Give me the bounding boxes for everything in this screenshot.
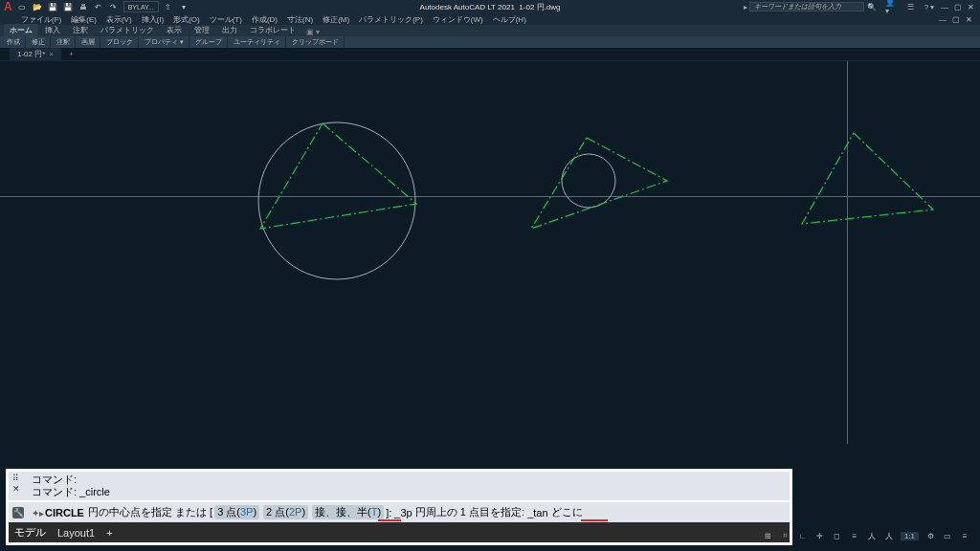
title-text: Autodesk AutoCAD LT 2021 1-02 円.dwg	[420, 2, 561, 12]
status-scale-icon[interactable]: 人	[883, 530, 895, 541]
command-option-ttr[interactable]: 接、接、半(T)	[312, 505, 384, 519]
menu-insert[interactable]: 挿入(I)	[142, 14, 165, 25]
panel-draw[interactable]: 作成	[2, 36, 26, 48]
print-icon[interactable]: 🖶	[78, 1, 89, 12]
minimize-icon[interactable]: —	[941, 3, 948, 11]
drawing-canvas[interactable]	[0, 61, 980, 444]
layout-tab-model[interactable]: モデル	[14, 525, 46, 540]
help-icon[interactable]: ? ▾	[924, 1, 935, 12]
status-ortho-icon[interactable]: ∟	[797, 530, 809, 541]
command-star-icon: ✦▸	[32, 507, 44, 518]
layer-display[interactable]: BYLAY...	[123, 1, 159, 12]
open-icon[interactable]: 📂	[32, 1, 43, 12]
status-person-icon[interactable]: 人	[866, 530, 878, 541]
command-window[interactable]: ⠿✕ コマンド: コマンド: _circle 🔧 ✦▸ CIRCLE 円の中心点…	[6, 469, 792, 545]
doc-close-icon[interactable]: ✕	[966, 15, 972, 24]
status-menu-icon[interactable]: ≡	[959, 530, 970, 541]
panel-layer[interactable]: 画層	[77, 36, 100, 48]
menu-format[interactable]: 形式(O)	[173, 14, 200, 25]
command-prompt-pt1: 円周上の 1 点目を指定:	[415, 505, 524, 519]
svg-point-2	[562, 154, 615, 208]
command-entered-tan: _tan	[527, 507, 547, 518]
ribbon-tab-view[interactable]: 表示	[161, 24, 188, 36]
help-arrow-icon[interactable]: ▸	[744, 3, 747, 11]
ribbon-tabs: ホーム 挿入 注釈 パラメトリック 表示 管理 出力 コラボレート ▣ ▾	[0, 25, 980, 36]
undo-icon[interactable]: ↶	[93, 1, 104, 12]
command-name: CIRCLE	[45, 507, 84, 518]
menu-parametric[interactable]: パラメトリック(P)	[359, 14, 423, 25]
status-scale-ratio[interactable]: 1:1	[901, 532, 919, 540]
ribbon-panels: 作成 修正 注釈 画層 ブロック プロパティ ▾ グループ ユーティリティ クリ…	[0, 36, 980, 48]
menu-tool[interactable]: ツール(T)	[210, 14, 242, 25]
history-grip-icon[interactable]: ⠿✕	[12, 474, 20, 495]
new-icon[interactable]: ▭	[16, 1, 28, 12]
menu-window[interactable]: ウィンドウ(W)	[433, 14, 483, 25]
ribbon-tab-annotate[interactable]: 注釈	[67, 24, 94, 36]
menu-modify[interactable]: 修正(M)	[323, 14, 349, 25]
panel-modify[interactable]: 修正	[27, 36, 51, 48]
panel-group[interactable]: グループ	[190, 36, 228, 48]
search-icon[interactable]: 🔍	[866, 1, 878, 12]
panel-clip[interactable]: クリップボード	[287, 36, 345, 48]
ribbon-tab-parametric[interactable]: パラメトリック	[95, 24, 160, 36]
status-max-icon[interactable]: ▭	[942, 530, 953, 541]
panel-util[interactable]: ユーティリティ	[229, 36, 286, 48]
svg-marker-4	[802, 133, 933, 224]
panel-annot[interactable]: 注釈	[52, 36, 76, 48]
command-entered-3p: _3p	[394, 507, 412, 518]
ribbon-tab-output[interactable]: 出力	[216, 24, 243, 36]
search-input[interactable]: キーワードまたは語句を入力	[749, 2, 864, 11]
panel-prop[interactable]: プロパティ ▾	[140, 36, 189, 48]
document-tab[interactable]: 1-02 円* ×	[10, 48, 61, 60]
command-prompt-text: 円の中心点を指定 または [	[88, 505, 212, 519]
command-prompt-where: どこに	[551, 505, 583, 519]
status-polar-icon[interactable]: ✛	[814, 530, 826, 541]
document-tab-label: 1-02 円*	[17, 49, 45, 59]
status-osnap-icon[interactable]: ◻	[832, 530, 843, 541]
redo-icon[interactable]: ↷	[108, 1, 120, 12]
panel-block[interactable]: ブロック	[101, 36, 139, 48]
command-history: ⠿✕ コマンド: コマンド: _circle	[9, 472, 790, 500]
maximize-icon[interactable]: ▢	[954, 3, 962, 11]
svg-point-0	[258, 122, 415, 279]
close-icon[interactable]: ✕	[968, 3, 974, 11]
title-bar: A ▭ 📂 💾 💾 🖶 ↶ ↷ BYLAY... ⇪ ▾ Autodesk Au…	[0, 0, 980, 13]
command-option-2p[interactable]: 2 点(2P)	[263, 505, 308, 519]
command-line[interactable]: 🔧 ✦▸ CIRCLE 円の中心点を指定 または [ 3 点(3P) 2 点(2…	[9, 502, 790, 522]
save-icon[interactable]: 💾	[47, 1, 58, 12]
doc-maximize-icon[interactable]: ▢	[952, 15, 960, 24]
ribbon-tab-home[interactable]: ホーム	[4, 24, 38, 36]
apps-icon[interactable]: ☰	[904, 1, 916, 12]
status-gear-icon[interactable]: ⚙	[924, 530, 936, 541]
layout-tab-layout1[interactable]: Layout1	[57, 527, 95, 539]
menu-edit[interactable]: 編集(E)	[71, 14, 97, 25]
status-snap-icon[interactable]: ⌗	[780, 530, 791, 541]
menu-draw[interactable]: 作成(D)	[252, 14, 278, 25]
signin-icon[interactable]: 👤 ▾	[885, 1, 897, 12]
menu-help[interactable]: ヘルプ(H)	[493, 14, 526, 25]
menu-dim[interactable]: 寸法(N)	[287, 14, 313, 25]
app-logo[interactable]: A	[0, 0, 16, 13]
svg-marker-1	[260, 123, 416, 229]
status-lineweight-icon[interactable]: ≡	[849, 530, 860, 541]
menu-file[interactable]: ファイル(F)	[21, 14, 61, 25]
ribbon-tab-insert[interactable]: 挿入	[39, 24, 66, 36]
share-icon[interactable]: ⇪	[163, 1, 174, 12]
ribbon-tab-apps[interactable]: ▣ ▾	[306, 28, 320, 36]
layout-tab-add-icon[interactable]: +	[106, 527, 112, 539]
status-grid-icon[interactable]: ⊞	[763, 530, 774, 541]
more-icon[interactable]: ▾	[178, 1, 189, 12]
wrench-icon[interactable]: 🔧	[12, 507, 24, 518]
annotation-underline	[581, 519, 608, 521]
window-controls: — ▢ ✕	[935, 3, 980, 11]
ribbon-tab-manage[interactable]: 管理	[189, 24, 215, 36]
command-history-line: コマンド:	[32, 474, 784, 486]
menu-view[interactable]: 表示(V)	[106, 14, 132, 25]
command-option-3p[interactable]: 3 点(3P)	[214, 505, 259, 519]
drawing-svg	[0, 61, 980, 444]
document-tab-new-icon[interactable]: +	[63, 50, 79, 58]
saveas-icon[interactable]: 💾	[62, 1, 74, 12]
document-tab-close-icon[interactable]: ×	[49, 50, 54, 58]
doc-minimize-icon[interactable]: —	[939, 15, 947, 24]
ribbon-tab-collaborate[interactable]: コラボレート	[244, 24, 301, 36]
